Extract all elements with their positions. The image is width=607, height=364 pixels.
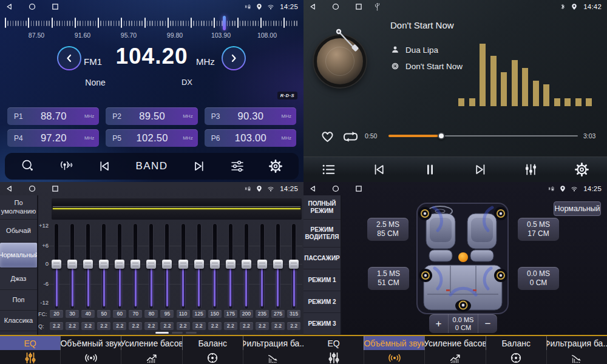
nav-back-icon[interactable] — [309, 185, 316, 192]
tab-filter[interactable]: Фильтрация ба... — [243, 336, 304, 350]
tab-balance[interactable]: Баланс — [182, 336, 243, 350]
next-station-icon[interactable] — [192, 159, 206, 174]
eq-slider-thumb[interactable] — [99, 260, 109, 269]
nav-home-icon[interactable] — [332, 185, 339, 192]
q-value[interactable]: 2.2 — [208, 322, 222, 330]
fc-value[interactable]: 235 — [256, 310, 269, 318]
eq-band-slider-125hz[interactable] — [193, 223, 205, 309]
nav-home-icon[interactable] — [332, 3, 339, 10]
preset-button-p2[interactable]: P289.50MHz — [106, 107, 197, 125]
search-icon[interactable] — [21, 159, 35, 174]
preset-button-p3[interactable]: P390.30MHz — [205, 107, 296, 125]
fc-value[interactable]: 80 — [144, 310, 158, 318]
previous-track-icon[interactable] — [371, 162, 387, 177]
eq-preset-item[interactable]: Классика — [0, 311, 37, 331]
q-value[interactable]: 2.2 — [256, 322, 269, 330]
eq-band-slider-20hz[interactable] — [50, 223, 63, 309]
eq-slider-thumb[interactable] — [257, 260, 267, 269]
filter-tab-icon[interactable] — [546, 350, 607, 364]
fc-value[interactable]: 20 — [50, 310, 63, 318]
nav-back-icon[interactable] — [309, 3, 316, 10]
eq-band-slider-30hz[interactable] — [66, 223, 78, 309]
q-value[interactable]: 2.2 — [177, 322, 190, 330]
eq-slider-thumb[interactable] — [178, 260, 188, 269]
tune-up-button[interactable] — [222, 46, 246, 70]
fc-value[interactable]: 110 — [177, 310, 190, 318]
tuner-scale[interactable] — [5, 16, 299, 30]
eq-band-slider-50hz[interactable] — [98, 223, 110, 309]
eq-band-slider-235hz[interactable] — [256, 223, 268, 309]
fc-value[interactable]: 275 — [271, 310, 285, 318]
nav-back-icon[interactable] — [5, 185, 13, 192]
q-value[interactable]: 2.2 — [129, 322, 142, 330]
eq-slider-thumb[interactable] — [131, 260, 140, 269]
nav-home-icon[interactable] — [29, 185, 36, 192]
eq-slider-thumb[interactable] — [273, 260, 283, 269]
previous-station-icon[interactable] — [97, 159, 112, 174]
q-value[interactable]: 2.2 — [160, 322, 174, 330]
q-value[interactable]: 2.2 — [192, 322, 206, 330]
tab-surround[interactable]: Объёмный звук — [60, 336, 121, 350]
nav-recents-icon[interactable] — [355, 3, 362, 10]
eq-slider-thumb[interactable] — [83, 260, 93, 269]
filter-tab-icon[interactable] — [243, 350, 304, 364]
fc-value[interactable]: 150 — [208, 310, 222, 318]
q-value[interactable]: 2.2 — [113, 322, 126, 330]
eq-band-slider-95hz[interactable] — [161, 223, 173, 309]
q-value[interactable]: 2.2 — [287, 322, 300, 330]
nav-recents-icon[interactable] — [355, 185, 362, 192]
listening-mode-item[interactable]: РЕЖИМ 3 — [304, 313, 341, 335]
surround-tab-icon[interactable] — [364, 350, 424, 364]
pause-icon[interactable] — [422, 162, 438, 177]
eq-preset-item[interactable]: Обычай — [0, 220, 37, 243]
preset-button-p5[interactable]: P5102.50MHz — [106, 129, 197, 147]
listening-mode-item[interactable]: ПОЛНЫЙ РЕЖИМ — [304, 195, 341, 220]
fc-value[interactable]: 95 — [160, 310, 174, 318]
eq-band-slider-60hz[interactable] — [114, 223, 126, 309]
playlist-icon[interactable] — [321, 162, 336, 177]
tab-surround[interactable]: Объёмный звук — [364, 336, 424, 350]
q-value[interactable]: 2.2 — [240, 322, 253, 330]
tab-filter[interactable]: Фильтрация ба... — [546, 336, 607, 350]
seek-bar[interactable] — [388, 135, 578, 136]
q-value[interactable]: 2.2 — [271, 322, 285, 330]
tab-bass[interactable]: Усиление басов — [424, 336, 485, 350]
eq-preset-item[interactable]: По умолчанию — [0, 195, 37, 220]
favorite-heart-icon[interactable] — [319, 128, 336, 144]
equalizer-shortcut-icon[interactable] — [523, 162, 538, 177]
eq-band-slider-150hz[interactable] — [209, 223, 221, 309]
q-value[interactable]: 2.2 — [144, 322, 158, 330]
tab-eq[interactable]: EQ — [0, 336, 60, 350]
sound-profile-button[interactable]: Нормальный — [554, 201, 601, 216]
bass-tab-icon[interactable] — [121, 350, 181, 364]
fc-value[interactable]: 315 — [287, 310, 300, 318]
fc-value[interactable]: 60 — [113, 310, 126, 318]
eq-slider-thumb[interactable] — [242, 260, 251, 269]
nav-recents-icon[interactable] — [52, 185, 59, 192]
eq-band-slider-175hz[interactable] — [225, 223, 237, 309]
delay-rear-right-button[interactable]: 0.0 MS 0 CM — [518, 267, 559, 290]
fc-value[interactable]: 70 — [129, 310, 142, 318]
eq-band-slider-315hz[interactable] — [288, 223, 300, 309]
tuner-pointer[interactable] — [223, 16, 226, 30]
eq-slider-thumb[interactable] — [67, 260, 77, 269]
preset-button-p1[interactable]: P188.70MHz — [7, 107, 99, 125]
balance-tab-icon[interactable] — [486, 350, 546, 364]
stations-scan-icon[interactable] — [59, 159, 73, 174]
eq-slider-thumb[interactable] — [194, 260, 204, 269]
tab-bass[interactable]: Усиление басов — [121, 336, 181, 350]
eq-slider-thumb[interactable] — [162, 260, 172, 269]
listening-mode-item[interactable]: РЕЖИМ 2 — [304, 291, 341, 313]
next-track-icon[interactable] — [473, 162, 488, 177]
seek-bar-knob[interactable] — [438, 132, 445, 140]
surround-tab-icon[interactable] — [60, 350, 121, 364]
eq-tab-icon[interactable] — [0, 350, 60, 364]
delay-front-left-button[interactable]: 2.5 MS 85 CM — [367, 218, 409, 241]
repeat-icon[interactable] — [342, 129, 359, 145]
balance-tab-icon[interactable] — [182, 350, 243, 364]
eq-preset-item[interactable]: Нормальный — [0, 243, 37, 268]
band-button[interactable]: BAND — [135, 160, 168, 172]
fc-value[interactable]: 40 — [81, 310, 95, 318]
eq-slider-thumb[interactable] — [289, 260, 299, 269]
nav-back-icon[interactable] — [5, 3, 13, 10]
